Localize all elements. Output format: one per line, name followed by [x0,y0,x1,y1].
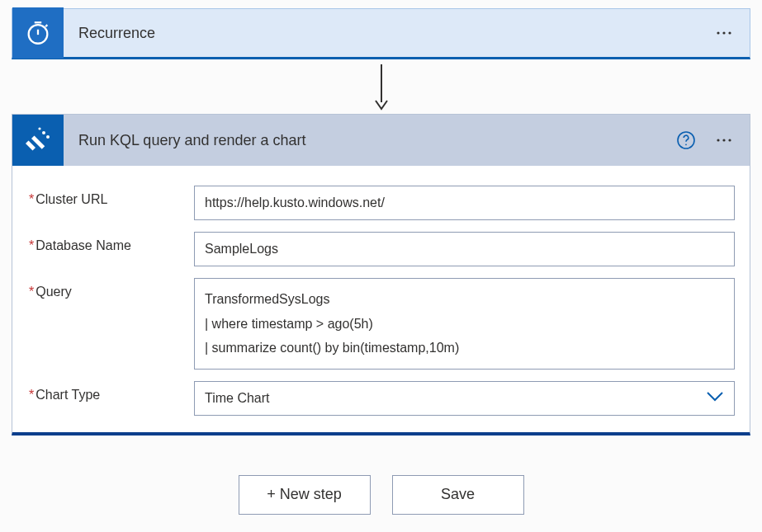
kql-step-header[interactable]: Run KQL query and render a chart [12,115,750,166]
cluster-url-label: *Cluster URL [29,186,194,207]
svg-point-11 [685,144,687,145]
svg-point-7 [42,131,45,134]
kql-step-title: Run KQL query and render a chart [64,132,672,149]
kql-step-card: Run KQL query and render a chart *Cluste… [12,114,750,435]
svg-point-3 [728,31,731,34]
recurrence-title: Recurrence [64,25,705,42]
svg-point-9 [38,127,40,129]
help-button[interactable] [672,126,700,154]
query-label: *Query [29,278,194,299]
svg-point-13 [722,139,725,141]
recurrence-icon [12,7,64,59]
chart-type-select[interactable]: Time Chart [194,381,735,416]
svg-point-1 [717,31,719,34]
svg-point-14 [728,139,731,141]
kql-step-body: *Cluster URL *Database Name *Query Trans… [12,166,750,432]
designer-footer: + New step Save [12,475,750,515]
chevron-down-icon [706,391,724,406]
recurrence-more-button[interactable] [705,14,743,52]
recurrence-step-card[interactable]: Recurrence [12,8,750,59]
svg-rect-5 [26,140,35,150]
new-step-button[interactable]: + New step [239,475,371,515]
query-input[interactable]: TransformedSysLogs | where timestamp > a… [194,278,735,370]
chart-type-label: *Chart Type [29,381,194,403]
save-button[interactable]: Save [392,475,524,515]
kql-more-button[interactable] [705,121,743,159]
kusto-icon [12,115,64,166]
chart-type-value: Time Chart [205,391,270,406]
flow-connector-arrow [12,59,750,114]
database-name-label: *Database Name [29,232,194,253]
cluster-url-input[interactable] [194,186,735,220]
svg-point-2 [722,31,725,34]
database-name-input[interactable] [194,232,735,266]
svg-point-12 [717,139,719,141]
svg-point-8 [46,135,50,139]
